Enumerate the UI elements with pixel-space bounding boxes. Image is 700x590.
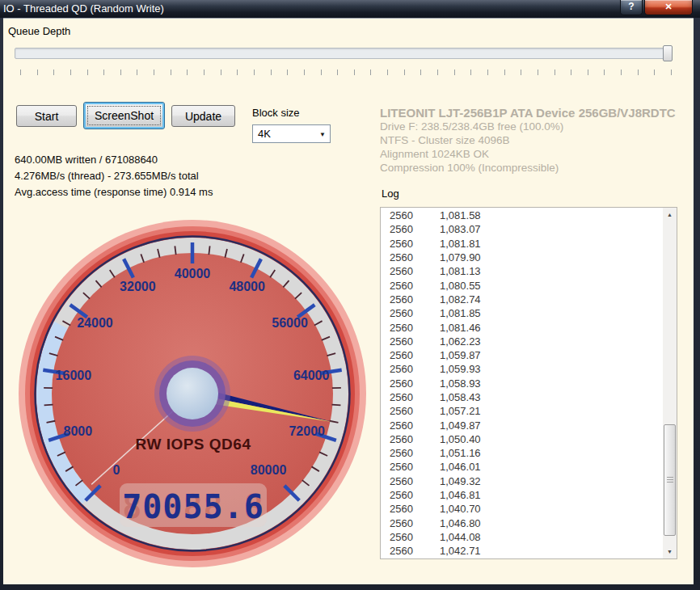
slider-tick	[538, 70, 538, 75]
log-queue-depth: 2560	[381, 349, 440, 361]
log-iops-value: 1,081.58	[440, 209, 481, 221]
scrollbar-thumb[interactable]	[664, 424, 676, 536]
log-row[interactable]: 25601,062.23	[381, 335, 661, 348]
log-queue-depth: 2560	[381, 503, 440, 515]
slider-tick	[387, 70, 388, 75]
close-icon: ✕	[664, 2, 672, 11]
log-row[interactable]: 25601,080.55	[381, 278, 661, 292]
log-queue-depth: 2560	[381, 433, 440, 445]
slider-tick	[20, 70, 21, 75]
log-iops-value: 1,059.93	[440, 363, 481, 375]
queue-depth-slider-ticks	[20, 70, 672, 75]
log-row[interactable]: 25601,042.71	[381, 544, 661, 558]
log-rows: 25601,081.5825601,083.0725601,081.812560…	[381, 209, 661, 558]
chevron-down-icon: ▼	[319, 131, 326, 138]
gauge-tick-label: 72000	[289, 424, 325, 438]
drive-filesystem: NTFS - Cluster size 4096B	[380, 133, 693, 147]
log-row[interactable]: 25601,044.08	[381, 530, 661, 544]
slider-tick	[404, 70, 405, 75]
slider-tick	[521, 70, 521, 75]
close-button[interactable]: ✕	[644, 0, 693, 15]
scroll-down-icon[interactable]: ▼	[663, 545, 677, 558]
slider-tick	[304, 70, 305, 75]
screenshot-button[interactable]: ScreenShot	[83, 102, 165, 129]
block-size-label: Block size	[252, 107, 300, 119]
log-row[interactable]: 25601,057.21	[381, 404, 661, 418]
iops-gauge: 0800016000240003200040000480005600064000…	[16, 212, 369, 575]
slider-tick	[120, 70, 121, 75]
log-iops-value: 1,051.16	[440, 447, 481, 459]
log-row[interactable]: 25601,040.70	[381, 502, 661, 516]
drive-alignment: Alignment 1024KB OK	[380, 147, 693, 161]
slider-tick	[621, 70, 622, 75]
log-row[interactable]: 25601,081.13	[381, 264, 661, 278]
log-row[interactable]: 25601,081.81	[381, 237, 661, 251]
queue-depth-label: Queue Depth	[8, 25, 70, 37]
queue-depth-slider[interactable]	[15, 48, 672, 59]
log-iops-value: 1,080.55	[440, 280, 481, 292]
log-iops-value: 1,046.01	[440, 461, 481, 473]
log-row[interactable]: 25601,058.93	[381, 377, 661, 390]
log-queue-depth: 2560	[381, 475, 440, 487]
log-row[interactable]: 25601,046.81	[381, 488, 661, 502]
queue-depth-slider-thumb[interactable]	[663, 45, 673, 61]
log-iops-value: 1,040.70	[440, 503, 481, 515]
slider-tick	[137, 70, 137, 75]
log-row[interactable]: 25601,081.58	[381, 209, 661, 222]
slider-tick	[287, 70, 288, 75]
log-row[interactable]: 25601,046.80	[381, 516, 661, 530]
log-scrollbar[interactable]: ▲ ▼	[663, 208, 677, 558]
access-time-stat: Avg.access time (response time) 0.914 ms	[15, 184, 213, 200]
gauge-tick-label: 40000	[175, 267, 211, 280]
log-row[interactable]: 25601,046.01	[381, 460, 661, 474]
gauge-readout-value: 70055.6	[122, 488, 264, 525]
log-iops-value: 1,044.08	[440, 531, 481, 543]
log-row[interactable]: 25601,050.40	[381, 432, 661, 446]
log-iops-value: 1,059.87	[440, 349, 481, 361]
titlebar[interactable]: IO - Threaded QD (Random Write) ? ✕	[0, 0, 700, 18]
log-row[interactable]: 25601,058.43	[381, 390, 661, 404]
log-iops-value: 1,058.93	[440, 377, 481, 390]
block-size-dropdown[interactable]: 4K ▼	[252, 124, 331, 143]
log-queue-depth: 2560	[381, 489, 440, 501]
log-row[interactable]: 25601,059.87	[381, 348, 661, 362]
slider-tick	[70, 70, 71, 75]
scrollbar-grip-icon	[667, 477, 673, 483]
log-row[interactable]: 25601,081.85	[381, 306, 661, 320]
log-iops-value: 1,081.13	[440, 265, 481, 277]
scroll-up-icon[interactable]: ▲	[663, 208, 677, 221]
log-row[interactable]: 25601,079.90	[381, 251, 661, 264]
gauge-minor-tick	[44, 405, 53, 406]
log-row[interactable]: 25601,059.93	[381, 362, 661, 376]
log-queue-depth: 2560	[381, 307, 440, 319]
log-iops-value: 1,081.81	[440, 238, 481, 250]
log-queue-depth: 2560	[381, 280, 440, 292]
drive-compression: Compression 100% (Incompressible)	[380, 161, 693, 175]
log-row[interactable]: 25601,082.74	[381, 293, 661, 306]
log-row[interactable]: 25601,083.07	[381, 222, 661, 236]
log-row[interactable]: 25601,049.87	[381, 418, 661, 432]
slider-tick	[571, 70, 571, 75]
help-button[interactable]: ?	[620, 0, 643, 15]
slider-tick	[321, 70, 322, 75]
slider-tick	[370, 70, 371, 75]
log-row[interactable]: 25601,051.16	[381, 446, 661, 460]
log-queue-depth: 2560	[381, 209, 440, 221]
gauge-tick-label: 8000	[63, 424, 92, 438]
slider-tick	[204, 70, 205, 75]
log-iops-value: 1,046.81	[440, 489, 481, 501]
log-queue-depth: 2560	[381, 545, 440, 557]
update-button[interactable]: Update	[171, 105, 235, 127]
log-iops-value: 1,082.74	[440, 293, 481, 306]
log-iops-value: 1,050.40	[440, 433, 481, 445]
log-queue-depth: 2560	[381, 447, 440, 459]
log-row[interactable]: 25601,049.32	[381, 474, 661, 488]
log-row[interactable]: 25601,081.46	[381, 320, 661, 334]
gauge-minor-tick	[209, 246, 209, 255]
slider-tick	[671, 70, 672, 75]
log-queue-depth: 2560	[381, 363, 440, 375]
start-button[interactable]: Start	[16, 105, 77, 127]
slider-tick	[254, 70, 255, 75]
slider-tick	[271, 70, 272, 75]
log-queue-depth: 2560	[381, 405, 440, 417]
